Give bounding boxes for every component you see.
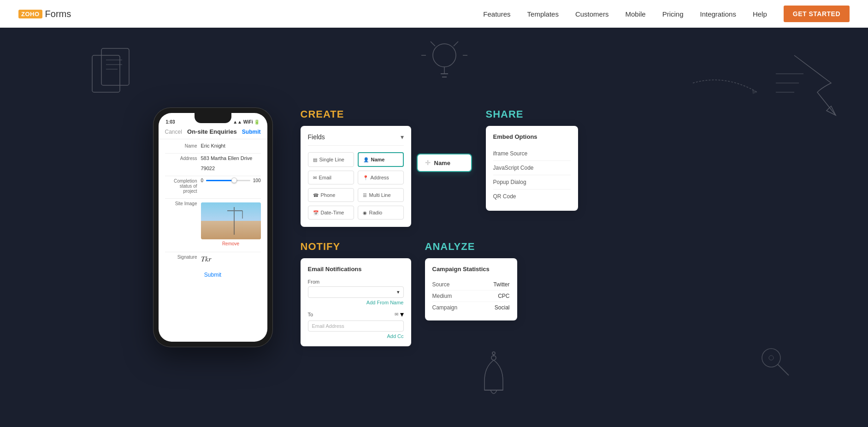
phone-signature-value[interactable]: 𝑇𝑘𝑟: [201, 255, 211, 263]
nav-customers[interactable]: Customers: [575, 10, 609, 18]
phone-icon: ☎: [313, 193, 319, 198]
fields-title: Fields: [308, 133, 325, 141]
nav-help[interactable]: Help: [753, 10, 767, 18]
nav-features[interactable]: Features: [483, 10, 510, 18]
fields-header: Fields ▾: [308, 133, 404, 146]
phone-field-completion: Completion status of project 0 100: [165, 178, 261, 194]
campaign-value: Social: [495, 304, 510, 311]
to-label: To: [308, 312, 313, 317]
notify-label: NOTIFY: [301, 241, 411, 253]
phone-field-label-zip: [165, 166, 197, 171]
nav-mobile[interactable]: Mobile: [625, 10, 645, 18]
phone-slider[interactable]: 0 100: [201, 178, 261, 183]
field-multiline-label: Multi Line: [369, 192, 391, 198]
doodle-papers: [83, 42, 157, 111]
fields-card: Fields ▾ ▤ Single Line 👤 Name: [301, 126, 411, 227]
phone-field-label-signature: Signature: [165, 254, 197, 264]
source-key: Source: [432, 281, 450, 288]
email-address-field[interactable]: Email Address: [308, 320, 404, 332]
create-label: CREATE: [301, 108, 472, 120]
svg-line-20: [778, 364, 789, 375]
phone-submit-link[interactable]: Submit: [242, 129, 261, 135]
field-phone[interactable]: ☎ Phone: [308, 188, 354, 202]
svg-point-16: [492, 352, 495, 355]
cards-area: CREATE Fields ▾ ▤ Single Line: [301, 108, 715, 346]
phone-field-label-name: Name: [165, 143, 197, 148]
svg-line-7: [431, 42, 435, 46]
dropdown-icon[interactable]: ▾: [401, 133, 404, 141]
phone-field-label-completion: Completion status of project: [165, 178, 197, 194]
nav-pricing[interactable]: Pricing: [662, 10, 684, 18]
datetime-icon: 📅: [313, 210, 319, 215]
name-drag-card[interactable]: ✛ Name: [417, 154, 472, 172]
multiline-icon: ☰: [363, 193, 367, 198]
medium-key: Medium: [432, 293, 452, 299]
slider-track: [206, 180, 250, 181]
to-input-row[interactable]: ✉ ▾: [395, 310, 404, 319]
phone-cancel[interactable]: Cancel: [165, 129, 182, 135]
phone-frame: 1:03 ▲▲ WiFi 🔋 Cancel On-site Enquiries …: [153, 107, 273, 347]
zoho-logo: ZOHO Forms: [18, 9, 71, 19]
get-started-button[interactable]: GET STARTED: [784, 6, 850, 22]
embed-popup[interactable]: Popup Dialog: [493, 175, 571, 190]
add-cc-link[interactable]: Add Cc: [308, 333, 404, 339]
doodle-cursor: [767, 46, 850, 120]
single-line-icon: ▤: [313, 157, 317, 162]
slider-thumb[interactable]: [231, 178, 237, 183]
phone-header: Cancel On-site Enquiries Submit: [159, 126, 267, 139]
field-single-line[interactable]: ▤ Single Line: [308, 152, 354, 167]
field-name[interactable]: 👤 Name: [358, 152, 404, 167]
field-name-label: Name: [371, 157, 385, 162]
notify-card: Email Notifications From ▾ Add From Name…: [301, 258, 411, 346]
navbar: ZOHO Forms Features Templates Customers …: [0, 0, 868, 28]
field-email[interactable]: ✉ Email: [308, 171, 354, 184]
embed-iframe[interactable]: iframe Source: [493, 147, 571, 161]
phone-submit-button[interactable]: Submit: [165, 269, 261, 281]
embed-javascript[interactable]: JavaScript Code: [493, 161, 571, 175]
crane-icon: [225, 207, 243, 235]
svg-marker-18: [752, 89, 757, 94]
campaign-card: Campaign Statistics Source Twitter Mediu…: [425, 258, 517, 320]
phone-field-value-address: 583 Martha Ellen Drive: [201, 155, 261, 161]
share-section: SHARE Embed Options iframe Source JavaSc…: [486, 108, 578, 227]
field-radio[interactable]: ◉ Radio: [358, 206, 404, 219]
radio-icon: ◉: [363, 210, 367, 215]
notify-section: NOTIFY Email Notifications From ▾ Add Fr…: [301, 241, 411, 346]
nav-integrations[interactable]: Integrations: [700, 10, 736, 18]
svg-point-5: [433, 44, 456, 67]
field-multiline[interactable]: ☰ Multi Line: [358, 188, 404, 202]
to-envelope-icon: ✉: [395, 312, 398, 317]
phone-image: [201, 202, 261, 239]
source-value: Twitter: [493, 281, 509, 288]
field-grid: ▤ Single Line 👤 Name ✉ Email: [308, 152, 404, 219]
zoho-badge: ZOHO: [18, 10, 42, 18]
phone-field-value-name: Eric Knight: [201, 143, 261, 148]
doodle-bell: [478, 349, 510, 409]
email-icon: ✉: [313, 175, 317, 180]
create-section: CREATE Fields ▾ ▤ Single Line: [301, 108, 472, 227]
analyze-label: ANALYZE: [425, 241, 517, 253]
phone-remove-btn[interactable]: Remove: [201, 241, 261, 246]
embed-qr[interactable]: QR Code: [493, 190, 571, 203]
field-address[interactable]: 📍 Address: [358, 171, 404, 184]
add-from-name-link[interactable]: Add From Name: [308, 300, 404, 305]
field-datetime-label: Date-Time: [321, 210, 344, 215]
hero-section: 1:03 ▲▲ WiFi 🔋 Cancel On-site Enquiries …: [0, 28, 868, 427]
address-icon: 📍: [363, 175, 368, 180]
phone-mockup: 1:03 ▲▲ WiFi 🔋 Cancel On-site Enquiries …: [153, 107, 273, 347]
notify-title: Email Notifications: [308, 266, 404, 273]
doodle-arrow-right: [688, 65, 762, 120]
bottom-row: NOTIFY Email Notifications From ▾ Add Fr…: [301, 241, 715, 346]
nav-templates[interactable]: Templates: [527, 10, 559, 18]
campaign-title: Campaign Statistics: [432, 266, 510, 273]
svg-rect-0: [92, 55, 120, 92]
from-input[interactable]: ▾: [308, 286, 404, 298]
field-phone-label: Phone: [321, 192, 336, 198]
field-datetime[interactable]: 📅 Date-Time: [308, 206, 354, 219]
phone-form-body: Name Eric Knight Address 583 Martha Elle…: [159, 139, 267, 342]
phone-field-label-site-image: Site Image: [165, 201, 197, 247]
phone-signal: ▲▲ WiFi 🔋: [233, 119, 260, 125]
nav-links: Features Templates Customers Mobile Pric…: [483, 6, 850, 22]
to-row: To ✉ ▾: [308, 310, 404, 319]
hero-content: 1:03 ▲▲ WiFi 🔋 Cancel On-site Enquiries …: [0, 89, 868, 366]
